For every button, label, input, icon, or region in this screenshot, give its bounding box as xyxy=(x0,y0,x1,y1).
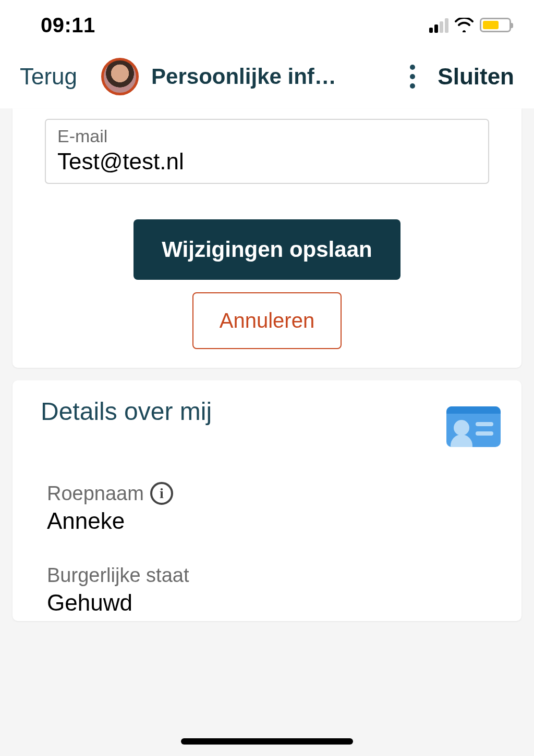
field-label-roepnaam: Roepnaam i xyxy=(47,482,487,505)
cancel-button[interactable]: Annuleren xyxy=(192,292,342,349)
status-time: 09:11 xyxy=(41,14,95,37)
field-roepnaam: Roepnaam i Anneke xyxy=(13,482,521,534)
field-burgerlijke-staat: Burgerlijke staat Gehuwd xyxy=(13,564,521,616)
signal-icon xyxy=(429,17,448,33)
details-card: Details over mij Roepnaam i Anneke Burge… xyxy=(13,380,521,621)
id-card-icon xyxy=(446,406,501,447)
form-actions: Wijzigingen opslaan Annuleren xyxy=(13,219,521,349)
field-value-roepnaam: Anneke xyxy=(47,508,487,534)
status-bar: 09:11 xyxy=(0,0,534,50)
save-button[interactable]: Wijzigingen opslaan xyxy=(134,219,400,280)
label-text: Burgerlijke staat xyxy=(47,564,189,587)
wifi-icon xyxy=(455,18,474,32)
back-button[interactable]: Terug xyxy=(20,64,77,90)
field-value-burgerlijke-staat: Gehuwd xyxy=(47,590,487,616)
label-text: Roepnaam xyxy=(47,482,144,505)
battery-icon xyxy=(480,18,511,32)
app-header: Terug Persoonlijke infor... Sluiten xyxy=(0,50,534,108)
email-label: E-mail xyxy=(57,126,477,146)
info-icon[interactable]: i xyxy=(150,482,173,505)
field-label-burgerlijke-staat: Burgerlijke staat xyxy=(47,564,487,587)
status-icons xyxy=(429,17,511,33)
avatar[interactable] xyxy=(101,58,139,95)
email-field-wrapper[interactable]: E-mail xyxy=(45,119,489,184)
section-title-details: Details over mij xyxy=(13,393,521,426)
more-options-button[interactable] xyxy=(402,65,423,89)
page-title: Persoonlijke infor... xyxy=(151,64,339,89)
close-button[interactable]: Sluiten xyxy=(438,64,514,90)
home-indicator[interactable] xyxy=(181,738,353,745)
contact-card: E-mail Wijzigingen opslaan Annuleren xyxy=(13,108,521,368)
email-input[interactable] xyxy=(57,148,477,175)
